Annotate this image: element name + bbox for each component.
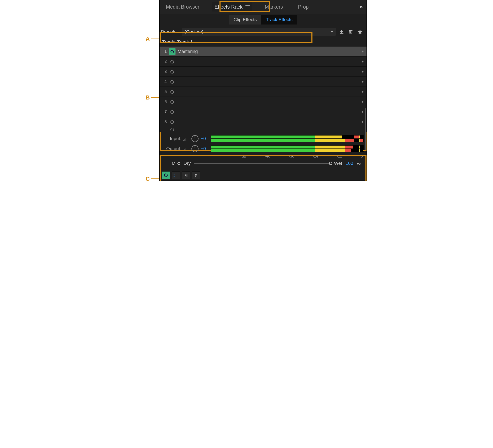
trash-icon — [348, 29, 353, 34]
subtab-clip-effects[interactable]: Clip Effects — [229, 15, 261, 24]
annotation-labels: A B C D — [126, 0, 159, 181]
mix-label: Mix: — [172, 161, 180, 166]
tabs-overflow-icon[interactable]: » — [359, 4, 363, 10]
effect-slot-1[interactable]: 1 Mastering — [160, 46, 367, 56]
slot-power-button[interactable] — [169, 48, 176, 55]
svg-rect-13 — [175, 176, 178, 176]
panel-menu-icon[interactable] — [246, 5, 250, 8]
lightning-icon — [194, 173, 198, 177]
tab-properties[interactable]: Prop — [295, 2, 311, 11]
mix-value[interactable]: 100 — [346, 161, 353, 166]
effect-slot-7[interactable]: 7 — [160, 107, 367, 117]
output-gain-value[interactable]: +0 — [201, 146, 209, 151]
mix-dry-label: Dry — [183, 161, 190, 166]
effect-slot-9-partial[interactable] — [160, 127, 367, 132]
tab-effects-rack[interactable]: Effects Rack — [212, 2, 252, 11]
svg-point-10 — [174, 174, 175, 175]
panel-tabs: Media Browser Effects Rack Markers Prop … — [160, 0, 367, 14]
slot-power-button[interactable] — [169, 88, 176, 95]
power-icon — [170, 100, 174, 104]
chevron-right-icon[interactable] — [362, 70, 364, 73]
list-icon — [173, 173, 179, 177]
effect-slot-3[interactable]: 3 — [160, 67, 367, 77]
slot-power-button[interactable] — [169, 99, 176, 105]
power-icon — [170, 110, 174, 114]
input-gain-knob[interactable] — [191, 135, 199, 142]
chevron-right-icon[interactable] — [362, 100, 364, 103]
effect-slot-6[interactable]: 6 — [160, 97, 367, 107]
process-button[interactable] — [192, 171, 200, 179]
output-meter — [211, 145, 364, 152]
subtab-track-effects[interactable]: Track Effects — [261, 15, 297, 24]
slot-power-button[interactable] — [169, 127, 176, 132]
db-scale: dB -48 -36 -24 -12 0 — [242, 154, 363, 158]
chevron-right-icon[interactable] — [362, 50, 364, 53]
chevron-right-icon[interactable] — [362, 60, 364, 63]
presets-row: Presets: (Custom) — [160, 26, 367, 38]
chevron-down-icon — [331, 31, 333, 33]
list-view-button[interactable] — [172, 171, 180, 179]
mix-slider[interactable] — [194, 163, 331, 164]
power-icon — [170, 59, 174, 64]
save-icon — [339, 29, 344, 34]
effect-slot-2[interactable]: 2 — [160, 56, 367, 67]
effects-rack-panel: Media Browser Effects Rack Markers Prop … — [159, 0, 367, 181]
svg-rect-12 — [175, 174, 178, 174]
effects-subtabs: Clip Effects Track Effects — [160, 14, 367, 26]
power-icon — [170, 120, 174, 124]
favorite-button[interactable] — [357, 28, 364, 35]
chevron-right-icon[interactable] — [362, 90, 364, 93]
footer-toolbar — [160, 170, 367, 180]
fader-button[interactable] — [182, 171, 190, 179]
track-label: Track: Track 1 — [160, 38, 367, 46]
save-preset-button[interactable] — [338, 28, 345, 35]
chevron-right-icon[interactable] — [362, 110, 364, 113]
slot-power-button[interactable] — [169, 119, 176, 125]
presets-dropdown[interactable]: (Custom) — [182, 28, 336, 36]
presets-label: Presets: — [161, 29, 180, 34]
mix-percent-label: % — [357, 161, 361, 166]
slot-power-button[interactable] — [169, 78, 176, 85]
delete-preset-button[interactable] — [347, 28, 354, 35]
slot-power-button[interactable] — [169, 109, 176, 115]
io-section: Input: +0 Output: +0 — [160, 132, 367, 170]
power-icon — [170, 79, 174, 84]
effect-slot-8[interactable]: 8 — [160, 117, 367, 127]
tab-markers[interactable]: Markers — [262, 2, 285, 11]
level-bars-icon — [183, 147, 189, 151]
slot-power-button[interactable] — [169, 58, 176, 65]
level-bars-icon — [183, 136, 189, 141]
effect-slot-4[interactable]: 4 — [160, 77, 367, 87]
mix-row: Mix: Dry Wet 100 % — [163, 158, 364, 169]
fader-icon — [183, 173, 189, 177]
star-icon — [357, 29, 363, 35]
slider-handle[interactable] — [329, 162, 332, 165]
effect-slots: 1 Mastering 2 3 — [160, 46, 367, 132]
input-gain-value[interactable]: +0 — [201, 136, 209, 141]
mix-wet-label: Wet — [334, 161, 342, 166]
power-icon — [170, 69, 174, 74]
svg-point-11 — [174, 176, 175, 177]
svg-rect-15 — [186, 174, 188, 175]
input-row: Input: +0 — [163, 134, 364, 144]
output-row: Output: +0 — [163, 144, 364, 154]
chevron-right-icon[interactable] — [362, 120, 364, 123]
power-icon — [170, 49, 174, 54]
power-icon — [164, 173, 168, 177]
effect-slot-5[interactable]: 5 — [160, 87, 367, 97]
rack-power-button[interactable] — [162, 171, 170, 179]
slot-power-button[interactable] — [169, 68, 176, 75]
tab-media-browser[interactable]: Media Browser — [163, 2, 202, 11]
scrollbar-thumb[interactable] — [365, 108, 366, 150]
chevron-right-icon[interactable] — [362, 80, 364, 83]
power-icon — [170, 127, 174, 132]
presets-value: (Custom) — [185, 29, 203, 34]
input-meter — [211, 135, 364, 142]
output-gain-knob[interactable] — [191, 145, 199, 152]
power-icon — [170, 90, 174, 94]
